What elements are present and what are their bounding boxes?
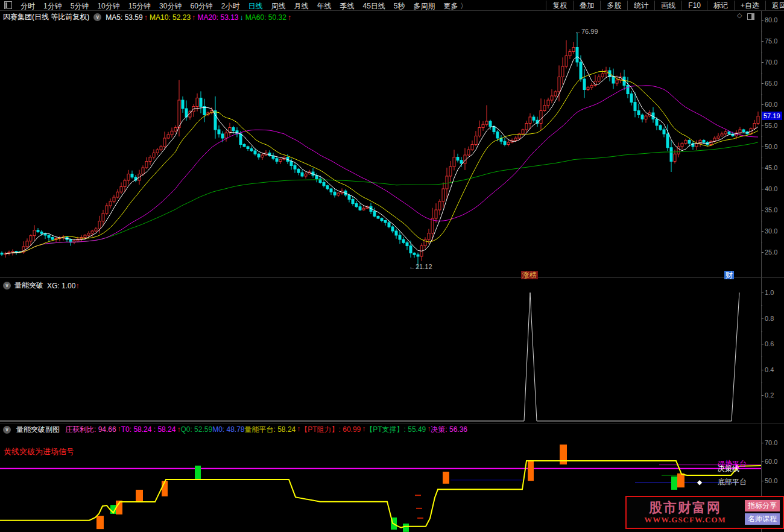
sub-stat-item: T0: 58.24 : 58.24↑ <box>121 425 181 434</box>
toolbar-period-多周期[interactable]: 多周期 <box>409 2 440 10</box>
window-layout-icon[interactable] <box>4 1 12 9</box>
sub-panel-header: ∨ 量能突破副图 庄获利比: 94.66↑T0: 58.24 : 58.24↑Q… <box>3 425 467 435</box>
main-axis-label: 80.0 <box>765 16 777 24</box>
sub-stat-item: 【PT阻力】: 60.99↑ <box>300 425 365 435</box>
sub-line-label: 决策线 <box>718 464 739 474</box>
toolbar-period-10分钟[interactable]: 10分钟 <box>93 2 124 10</box>
current-price-tag: 57.19 <box>762 112 782 120</box>
watermark-title: 股市财富网 <box>630 501 741 515</box>
xg-indicator-panel: ∨ 量能突破 XG: 1.00↑ <box>0 278 784 423</box>
sub-stat-item: Q0: 52.59 <box>180 425 212 434</box>
main-axis-label: 25.0 <box>765 249 777 256</box>
panel-divider-1[interactable] <box>0 277 784 278</box>
main-axis-label: 40.0 <box>765 185 777 192</box>
sub-stat-item: 【PT支撑】: 55.49↑ <box>365 425 431 435</box>
toolbar-period-45日线[interactable]: 45日线 <box>359 2 390 10</box>
toolbar-period-5分钟[interactable]: 5分钟 <box>66 2 93 10</box>
watermark-text: 股市财富网 WWW.GSCFW.COM <box>630 501 741 525</box>
sub-stat-item: 庄获利比: 94.66↑ <box>65 425 121 435</box>
toolbar-action-复权[interactable]: 复权 <box>546 1 573 10</box>
xg-panel-title: 量能突破 <box>14 280 43 291</box>
toolbar-period-月线[interactable]: 月线 <box>290 2 313 10</box>
main-axis-label: 60.0 <box>765 101 777 108</box>
xg-axis-label: 0.2 <box>765 391 774 399</box>
toolbar-periods: 分时1分钟5分钟10分钟15分钟30分钟60分钟2小时日线周线月线年线季线45日… <box>16 0 472 11</box>
up-arrow-icon: ↑ <box>144 13 148 22</box>
xg-axis-label: 0.6 <box>765 340 774 347</box>
price-annotation: ←76.99 <box>575 28 598 35</box>
toolbar-period-15分钟[interactable]: 15分钟 <box>124 2 155 10</box>
sub-stat-item: 量能平台: 58.24↑ <box>245 425 301 435</box>
up-arrow-icon: ↑ <box>288 13 291 22</box>
toolbar-action-返回[interactable]: 返回 <box>765 1 784 10</box>
ma-legend-item: MA20: 53.13↓ <box>197 13 243 22</box>
panel-divider-2[interactable] <box>0 423 784 423</box>
main-axis-label: 35.0 <box>765 206 777 214</box>
diamond-icon[interactable]: ◇ <box>737 11 742 19</box>
main-chart-panel: 因赛集团(日线 等比前复权) ∨ MA5: 53.59↑ MA10: 52.23… <box>0 11 784 277</box>
toolbar-period-60分钟[interactable]: 60分钟 <box>186 2 217 10</box>
sub-stats-row: 庄获利比: 94.66↑T0: 58.24 : 58.24↑Q0: 52.59M… <box>65 425 467 435</box>
toolbar-action-画线[interactable]: 画线 <box>654 1 681 10</box>
watermark-badge-1: 指标分享 <box>745 500 780 511</box>
main-axis-label: 30.0 <box>765 227 777 235</box>
top-toolbar: 分时1分钟5分钟10分钟15分钟30分钟60分钟2小时日线周线月线年线季线45日… <box>0 0 784 11</box>
ma-legend-row: MA5: 53.59↑ MA10: 52.23↑ MA20: 53.13↓ MA… <box>106 13 291 22</box>
toolbar-period-周线[interactable]: 周线 <box>267 2 290 10</box>
toolbar-period-年线[interactable]: 年线 <box>313 2 336 10</box>
split-window-icon[interactable] <box>747 13 754 20</box>
right-axis-line <box>761 11 762 532</box>
ma-legend-item: MA10: 52.23↑ <box>150 13 195 22</box>
toolbar-action-+自选[interactable]: +自选 <box>734 1 765 10</box>
toolbar-period-更多 〉[interactable]: 更多 〉 <box>440 2 472 10</box>
sub-axis-label: 70.0 <box>765 439 777 446</box>
candlestick-chart[interactable] <box>0 11 761 277</box>
signal-note: 黄线突破为进场信号 <box>4 446 74 457</box>
toolbar-action-叠加[interactable]: 叠加 <box>573 1 600 10</box>
xg-panel-header: ∨ 量能突破 XG: 1.00↑ <box>3 280 79 291</box>
float-badge-涨榜[interactable]: 涨榜 <box>521 271 538 279</box>
main-axis-label: 75.0 <box>765 37 777 45</box>
toolbar-period-30分钟[interactable]: 30分钟 <box>155 2 186 10</box>
xg-label: XG: 1.00↑ <box>47 282 79 290</box>
toolbar-period-5秒[interactable]: 5秒 <box>390 2 409 10</box>
toolbar-action-F10[interactable]: F10 <box>681 1 707 10</box>
main-axis-label: 50.0 <box>765 143 777 150</box>
watermark-url: WWW.GSCFW.COM <box>630 515 741 525</box>
sub-stat-item: M0: 48.78 <box>212 425 244 434</box>
down-arrow-icon: ↓ <box>239 13 243 22</box>
toolbar-period-2小时[interactable]: 2小时 <box>217 2 244 10</box>
sub-axis-label: 50.0 <box>765 477 777 484</box>
chart-title-row: 因赛集团(日线 等比前复权) ∨ MA5: 53.59↑ MA10: 52.23… <box>3 12 291 22</box>
toolbar-action-标记[interactable]: 标记 <box>707 1 734 10</box>
collapse-chevron-icon[interactable]: ∨ <box>3 426 11 434</box>
watermark-badge-2: 名师课程 <box>745 513 780 525</box>
sub-stat-item: 决策: 56.36 <box>431 425 467 435</box>
xg-axis-label: 0.8 <box>765 315 774 322</box>
toolbar-action-统计[interactable]: 统计 <box>627 1 654 10</box>
float-badge-财[interactable]: 财 <box>724 271 734 279</box>
toolbar-period-分时[interactable]: 分时 <box>16 2 39 10</box>
xg-axis-label: 1.0 <box>765 289 774 296</box>
watermark-box: 股市财富网 WWW.GSCFW.COM 指标分享 名师课程 <box>625 496 784 529</box>
page-title: 因赛集团(日线 等比前复权) <box>3 12 89 22</box>
up-arrow-icon: ↑ <box>75 282 79 290</box>
main-axis-label: 55.0 <box>765 122 777 129</box>
sub-axis-label: 60.0 <box>765 458 777 465</box>
watermark-badges: 指标分享 名师课程 <box>745 498 780 527</box>
ma-legend-item: MA60: 50.32↑ <box>245 13 291 22</box>
price-annotation: ←21.12 <box>409 263 432 270</box>
toolbar-period-季线[interactable]: 季线 <box>336 2 359 10</box>
toolbar-right-group: 复权叠加多股统计画线F10标记+自选返回 <box>546 1 784 10</box>
xg-signal-chart[interactable] <box>0 278 761 423</box>
toolbar-period-1分钟[interactable]: 1分钟 <box>39 2 66 10</box>
main-axis-label: 65.0 <box>765 80 777 87</box>
collapse-chevron-icon[interactable]: ∨ <box>3 282 11 290</box>
up-arrow-icon: ↑ <box>192 13 195 22</box>
sub-panel-title: 量能突破副图 <box>16 425 60 435</box>
toolbar-action-多股[interactable]: 多股 <box>600 1 627 10</box>
toolbar-period-日线[interactable]: 日线 <box>244 2 267 10</box>
main-axis-label: 70.0 <box>765 59 777 66</box>
collapse-chevron-icon[interactable]: ∨ <box>93 13 101 21</box>
xg-axis-label: 0.4 <box>765 366 774 373</box>
